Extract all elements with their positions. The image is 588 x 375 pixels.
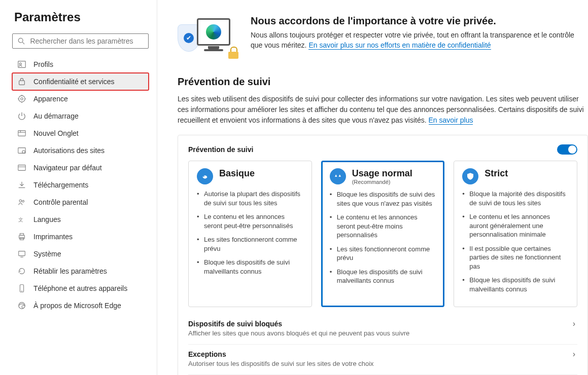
nav-item-system[interactable]: Système — [12, 245, 149, 262]
search-icon — [18, 37, 25, 45]
nav-label: Nouvel Onglet — [33, 129, 79, 137]
profile-icon — [17, 60, 26, 69]
nav-label: Rétablir les paramètres — [33, 267, 107, 275]
nav-item-reset[interactable]: Rétablir les paramètres — [12, 262, 149, 280]
settings-nav-list: Profils Confidentialité et services Appa… — [12, 56, 149, 314]
svg-text:文: 文 — [18, 217, 23, 222]
blocked-trackers-row[interactable]: Dispositifs de suivi bloqués › — [188, 314, 577, 329]
nav-label: Confidentialité et services — [33, 78, 115, 86]
level-point: Bloque les dispositifs de suivi malveill… — [330, 268, 436, 285]
nav-item-downloads[interactable]: Téléchargements — [12, 176, 149, 194]
exceptions-row[interactable]: Exceptions › — [188, 345, 577, 360]
nav-item-startup[interactable]: Au démarrage — [12, 107, 149, 125]
nav-label: Langues — [33, 215, 61, 223]
svg-point-11 — [22, 151, 25, 153]
strict-icon — [462, 168, 478, 184]
nav-label: Téléphone et autres appareils — [33, 284, 127, 292]
svg-point-5 — [19, 96, 25, 102]
level-point: Les sites fonctionneront comme prévu — [330, 245, 436, 262]
exceptions-desc: Autoriser tous les dispositifs de suivi … — [188, 360, 577, 374]
nav-item-privacy[interactable]: Confidentialité et services — [12, 73, 149, 90]
nav-label: Téléchargements — [33, 181, 88, 189]
tracking-toggle-label: Prévention de suivi — [188, 145, 253, 154]
svg-rect-21 — [19, 251, 25, 256]
permissions-icon — [17, 146, 26, 155]
nav-item-printers[interactable]: Imprimantes — [12, 228, 149, 245]
nav-label: Navigateur par défaut — [33, 164, 102, 172]
phone-icon — [17, 284, 26, 293]
blocked-trackers-title: Dispositifs de suivi bloqués — [188, 320, 282, 328]
nav-item-about[interactable]: À propos de Microsoft Edge — [12, 297, 149, 314]
svg-point-6 — [21, 98, 23, 100]
nav-label: Imprimantes — [33, 233, 73, 241]
intro-heading: Nous accordons de l'importance à votre v… — [251, 15, 588, 27]
basic-icon — [197, 168, 213, 184]
svg-point-16 — [22, 200, 24, 202]
nav-item-newtab[interactable]: Nouvel Onglet — [12, 125, 149, 142]
edge-logo-icon — [206, 24, 221, 40]
level-balanced-title: Usage normal — [352, 168, 412, 179]
chevron-right-icon: › — [573, 350, 577, 359]
family-icon — [17, 198, 26, 207]
tracking-card: Prévention de suivi Basique Autorise la … — [178, 135, 588, 375]
tracking-prevention-title: Prévention de suivi — [178, 76, 588, 88]
privacy-intro: Nous accordons de l'importance à votre v… — [178, 15, 588, 61]
blocked-trackers-desc: Afficher les sites que nous avons bloqué… — [188, 329, 577, 344]
svg-rect-12 — [18, 165, 25, 171]
power-icon — [17, 111, 26, 121]
edge-icon — [17, 301, 26, 310]
level-point: Le contenu et les annonces seront peut-ê… — [197, 212, 303, 230]
lock-icon — [17, 77, 26, 86]
svg-line-1 — [22, 42, 24, 44]
printer-icon — [17, 232, 26, 241]
svg-rect-19 — [20, 234, 23, 236]
level-point: Les sites fonctionneront comme prévu — [197, 235, 303, 253]
settings-main: Nous accordons de l'importance à votre v… — [157, 0, 588, 375]
svg-point-0 — [18, 38, 23, 43]
tracking-prevention-desc: Les sites web utilisent des dispositifs … — [178, 94, 588, 126]
tracking-learn-more-link[interactable]: En savoir plus — [429, 116, 473, 125]
grid-icon — [17, 129, 26, 138]
appearance-icon — [17, 94, 26, 103]
nav-item-site-permissions[interactable]: Autorisations des sites — [12, 142, 149, 159]
nav-label: Apparence — [33, 95, 68, 103]
level-point: Bloque les dispositifs de suivi malveill… — [462, 276, 569, 293]
nav-item-languages[interactable]: 文 Langues — [12, 211, 149, 228]
level-strict-title: Strict — [485, 168, 508, 179]
level-point: Bloque la majorité des dispositifs de su… — [462, 190, 569, 207]
tracking-toggle-row: Prévention de suivi — [188, 144, 577, 155]
nav-item-appearance[interactable]: Apparence — [12, 90, 149, 107]
level-point: Autorise la plupart des dispositifs de s… — [197, 190, 303, 207]
level-point: Bloque les dispositifs de suivi des site… — [330, 190, 436, 208]
tracking-desc-text: Les sites web utilisent des dispositifs … — [178, 95, 584, 124]
nav-item-profiles[interactable]: Profils — [12, 56, 149, 73]
chevron-right-icon: › — [573, 319, 577, 328]
settings-search[interactable] — [12, 33, 149, 49]
balanced-icon — [330, 168, 346, 184]
system-icon — [17, 249, 26, 258]
nav-label: Contrôle parental — [33, 198, 88, 206]
svg-rect-4 — [19, 81, 25, 85]
nav-item-family[interactable]: Contrôle parental — [12, 194, 149, 211]
nav-label: Système — [33, 250, 61, 258]
settings-title: Paramètres — [12, 10, 149, 24]
browser-icon — [17, 163, 26, 172]
level-strict[interactable]: Strict Bloque la majorité des dispositif… — [454, 161, 577, 307]
privacy-graphic — [178, 15, 238, 61]
tracking-toggle[interactable] — [557, 144, 577, 155]
download-icon — [17, 180, 26, 190]
nav-item-default-browser[interactable]: Navigateur par défaut — [12, 159, 149, 176]
intro-body: Nous allons toujours protéger et respect… — [251, 30, 588, 51]
nav-item-phone[interactable]: Téléphone et autres appareils — [12, 280, 149, 297]
svg-point-15 — [19, 200, 22, 202]
level-balanced-rec: (Recommandé) — [352, 179, 412, 185]
padlock-icon — [228, 47, 238, 59]
level-basic[interactable]: Basique Autorise la plupart des disposit… — [188, 161, 312, 307]
nav-label: Au démarrage — [33, 112, 79, 120]
level-point: Bloque les dispositifs de suivi malveill… — [197, 258, 303, 276]
intro-learn-more-link[interactable]: En savoir plus sur nos efforts en matièr… — [308, 41, 491, 50]
level-point: Il est possible que certaines parties de… — [462, 244, 569, 271]
level-balanced[interactable]: Usage normal (Recommandé) Bloque les dis… — [321, 161, 445, 307]
settings-sidebar: Paramètres Profils Confidentialité et se… — [0, 0, 157, 375]
settings-search-input[interactable] — [30, 37, 143, 45]
